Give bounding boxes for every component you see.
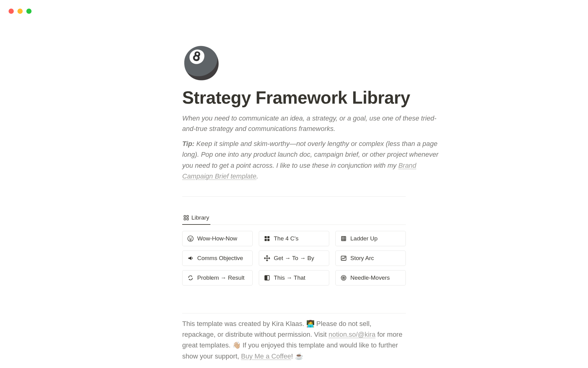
- card-label: Comms Objective: [197, 255, 243, 262]
- svg-point-20: [345, 257, 345, 258]
- svg-rect-0: [184, 216, 186, 217]
- card-label: The 4 C's: [274, 235, 299, 242]
- buy-me-a-coffee-link[interactable]: Buy Me a Coffee: [241, 352, 291, 360]
- megaphone-icon: [187, 255, 194, 261]
- tab-library[interactable]: Library: [182, 212, 210, 225]
- card-the-4-cs[interactable]: The 4 C's: [259, 231, 329, 246]
- frame-icon: [341, 255, 347, 261]
- arrows-icon: [264, 255, 270, 261]
- card-label: Ladder Up: [350, 235, 378, 242]
- card-get-to-by[interactable]: Get → To → By: [259, 251, 329, 266]
- view-tabs: Library: [182, 212, 406, 225]
- minimize-window-button[interactable]: [17, 9, 23, 14]
- tip-label: Tip:: [182, 140, 194, 148]
- card-label: Get → To → By: [274, 255, 314, 262]
- card-label: Wow-How-Now: [197, 235, 237, 242]
- card-label: Story Arc: [350, 255, 374, 262]
- footer-divider: [182, 313, 406, 313]
- svg-rect-1: [187, 216, 189, 217]
- svg-rect-23: [265, 276, 267, 280]
- svg-point-26: [343, 277, 344, 278]
- page-title[interactable]: Strategy Framework Library: [182, 87, 446, 108]
- svg-rect-9: [267, 236, 270, 238]
- page-tip: Tip: Keep it simple and skim-worthy—not …: [182, 138, 443, 182]
- notion-profile-link[interactable]: notion.so/@kira: [329, 331, 375, 338]
- card-ladder-up[interactable]: Ladder Up: [335, 231, 406, 246]
- window-traffic-lights: [9, 9, 32, 14]
- svg-rect-2: [184, 218, 186, 220]
- card-label: Needle-Movers: [350, 274, 390, 281]
- gallery-view-icon: [183, 215, 189, 220]
- card-story-arc[interactable]: Story Arc: [335, 251, 406, 266]
- card-label: Problem → Result: [197, 274, 244, 281]
- svg-rect-3: [187, 218, 189, 220]
- astonished-icon: [187, 236, 194, 242]
- svg-point-5: [189, 238, 190, 239]
- divider: [182, 196, 406, 197]
- svg-point-6: [191, 238, 192, 239]
- split-icon: [264, 275, 270, 281]
- card-comms-objective[interactable]: Comms Objective: [182, 251, 253, 266]
- target-icon: [341, 275, 347, 281]
- ladder-icon: [341, 236, 347, 242]
- page-icon[interactable]: 🎱: [182, 48, 446, 78]
- footer-text-3: ! ☕: [291, 352, 303, 360]
- maximize-window-button[interactable]: [26, 9, 32, 14]
- svg-rect-8: [265, 236, 267, 238]
- footer-text: This template was created by Kira Klaas.…: [182, 318, 406, 362]
- card-label: This → That: [274, 274, 305, 281]
- card-this-that[interactable]: This → That: [259, 270, 329, 286]
- tip-body-2: .: [256, 172, 258, 180]
- svg-rect-12: [341, 236, 346, 241]
- svg-point-7: [190, 239, 191, 240]
- card-problem-result[interactable]: Problem → Result: [182, 270, 253, 286]
- svg-rect-11: [267, 239, 270, 241]
- close-window-button[interactable]: [9, 9, 14, 14]
- tab-library-label: Library: [191, 214, 209, 221]
- page-content: 🎱 Strategy Framework Library When you ne…: [142, 0, 446, 362]
- cycle-icon: [187, 275, 194, 281]
- library-grid: Wow-How-Now The 4 C's Ladder Up Comms Ob…: [182, 231, 406, 286]
- card-wow-how-now[interactable]: Wow-How-Now: [182, 231, 253, 246]
- card-needle-movers[interactable]: Needle-Movers: [335, 270, 406, 286]
- svg-rect-10: [265, 239, 267, 241]
- puzzle-icon: [264, 236, 270, 242]
- page-description: When you need to communicate an idea, a …: [182, 113, 443, 134]
